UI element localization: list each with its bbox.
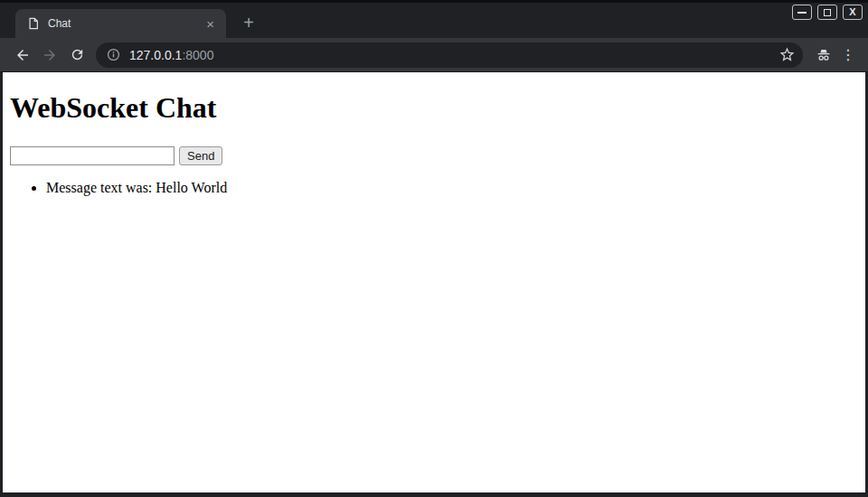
browser-window: Chat × + X — [0, 0, 868, 497]
maximize-icon — [824, 9, 831, 16]
tab-strip: Chat × + X — [0, 3, 868, 38]
window-controls: X — [792, 5, 863, 20]
forward-button[interactable] — [36, 42, 63, 69]
message-list-item: Message text was: Hello World — [46, 180, 858, 196]
chat-form: Send — [10, 146, 858, 165]
site-info-icon[interactable] — [107, 48, 120, 61]
page-favicon-icon — [27, 16, 40, 31]
incognito-badge — [810, 42, 837, 69]
window-maximize-button[interactable] — [817, 5, 837, 20]
window-close-button[interactable]: X — [843, 5, 863, 20]
url-port: :8000 — [182, 48, 213, 62]
tab-close-icon[interactable]: × — [203, 16, 217, 32]
page-title: WebSocket Chat — [10, 91, 858, 125]
bookmark-star-icon[interactable] — [778, 46, 796, 63]
window-minimize-button[interactable] — [792, 5, 812, 20]
reload-icon — [70, 47, 85, 62]
page-content: WebSocket Chat Send Message text was: He… — [3, 72, 865, 492]
tab-chat[interactable]: Chat × — [15, 9, 226, 38]
message-list: Message text was: Hello World — [10, 180, 858, 196]
forward-icon — [42, 47, 58, 63]
browser-toolbar: 127.0.0.1:8000 ⋮ — [0, 38, 868, 72]
url-text: 127.0.0.1:8000 — [129, 48, 213, 62]
browser-menu-button[interactable]: ⋮ — [837, 42, 859, 69]
back-button[interactable] — [9, 42, 36, 69]
address-bar[interactable]: 127.0.0.1:8000 — [96, 42, 803, 68]
minimize-icon — [797, 12, 807, 14]
message-input[interactable] — [10, 146, 175, 165]
back-icon — [14, 47, 31, 63]
reload-button[interactable] — [63, 42, 90, 69]
new-tab-button[interactable]: + — [238, 12, 259, 33]
send-button[interactable]: Send — [179, 146, 222, 165]
url-host: 127.0.0.1 — [129, 48, 182, 62]
incognito-icon — [815, 47, 833, 63]
tab-title: Chat — [48, 17, 203, 30]
